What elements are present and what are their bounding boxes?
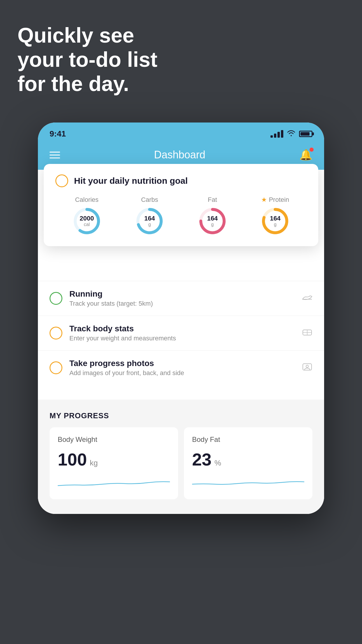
hero-line2: your to-do list <box>17 48 157 72</box>
main-content: THINGS TO DO TODAY Hit your daily nutrit… <box>38 170 324 514</box>
phone-mockup: 9:41 Dashboard <box>38 123 324 514</box>
fat-label: Fat <box>208 196 217 204</box>
todo-running-title: Running <box>69 289 295 299</box>
protein-value: 164 <box>270 215 281 222</box>
metric-fat: Fat 164 g <box>198 196 227 236</box>
status-bar: 9:41 <box>38 123 324 143</box>
wifi-icon <box>287 130 296 138</box>
calories-unit: cal <box>80 222 94 227</box>
fat-chart <box>192 475 304 490</box>
progress-cards: Body Weight 100 kg Body Fat 23 % <box>50 427 312 499</box>
nutrition-card-header: Hit your daily nutrition goal <box>55 174 307 187</box>
menu-button[interactable] <box>50 152 60 158</box>
hero-line1: Quickly see <box>17 23 157 48</box>
status-icons <box>270 130 312 138</box>
progress-title: MY PROGRESS <box>50 411 312 420</box>
fat-value: 164 <box>207 215 218 222</box>
protein-label: ★ Protein <box>261 196 289 204</box>
metric-calories: Calories 2000 cal <box>72 196 101 236</box>
weight-card-title: Body Weight <box>58 435 170 444</box>
todo-bodystats-text: Track body stats Enter your weight and m… <box>69 324 295 342</box>
todo-item-running[interactable]: Running Track your stats (target: 5km) <box>38 281 324 316</box>
nutrition-checkbox[interactable] <box>55 174 68 187</box>
todo-bodystats-title: Track body stats <box>69 324 295 333</box>
notification-bell-button[interactable]: 🔔 <box>299 149 312 161</box>
protein-ring: 164 g <box>261 206 290 236</box>
nutrition-card-title: Hit your daily nutrition goal <box>74 176 188 186</box>
todo-bodystats-circle <box>50 327 62 340</box>
protein-unit: g <box>270 222 281 227</box>
carbs-unit: g <box>144 222 155 227</box>
todo-photos-title: Take progress photos <box>69 359 295 368</box>
progress-card-weight: Body Weight 100 kg <box>50 427 178 499</box>
fat-unit: g <box>207 222 218 227</box>
todo-item-photos[interactable]: Take progress photos Add images of your … <box>38 350 324 385</box>
fat-ring: 164 g <box>198 206 227 236</box>
weight-chart <box>58 475 170 490</box>
status-time: 9:41 <box>50 129 66 139</box>
calories-value: 2000 <box>80 215 94 222</box>
nutrition-card: Hit your daily nutrition goal Calories 2… <box>44 164 318 246</box>
person-icon <box>302 363 312 373</box>
fat-card-title: Body Fat <box>192 435 304 444</box>
metric-carbs: Carbs 164 g <box>135 196 164 236</box>
svg-rect-11 <box>303 364 312 370</box>
todo-photos-subtitle: Add images of your front, back, and side <box>69 369 295 377</box>
progress-section: MY PROGRESS Body Weight 100 kg Body Fat <box>38 400 324 514</box>
todo-item-body-stats[interactable]: Track body stats Enter your weight and m… <box>38 316 324 350</box>
weight-unit: kg <box>90 459 98 468</box>
carbs-ring: 164 g <box>135 206 164 236</box>
todo-bodystats-subtitle: Enter your weight and measurements <box>69 335 295 342</box>
fat-value-row: 23 % <box>192 449 304 470</box>
progress-card-fat: Body Fat 23 % <box>184 427 312 499</box>
svg-point-12 <box>306 365 308 368</box>
running-shoe-icon <box>302 293 312 304</box>
signal-icon <box>270 130 283 138</box>
todo-running-text: Running Track your stats (target: 5km) <box>69 289 295 307</box>
notification-dot <box>310 148 314 152</box>
carbs-label: Carbs <box>141 196 158 204</box>
hero-text: Quickly see your to-do list for the day. <box>17 23 157 96</box>
fat-value-display: 23 <box>192 449 212 470</box>
carbs-value: 164 <box>144 215 155 222</box>
scale-icon <box>302 328 312 339</box>
todo-running-circle <box>50 292 62 305</box>
star-icon: ★ <box>261 196 267 204</box>
hero-line3: for the day. <box>17 72 157 96</box>
nutrition-metrics: Calories 2000 cal Carbs <box>55 196 307 236</box>
todo-running-subtitle: Track your stats (target: 5km) <box>69 300 295 307</box>
todo-photos-circle <box>50 361 62 374</box>
app-title: Dashboard <box>154 149 205 161</box>
calories-label: Calories <box>75 196 99 204</box>
fat-unit-display: % <box>215 459 221 468</box>
todo-photos-text: Take progress photos Add images of your … <box>69 359 295 377</box>
calories-ring: 2000 cal <box>72 206 101 236</box>
metric-protein: ★ Protein 164 g <box>261 196 290 236</box>
battery-icon <box>299 131 312 137</box>
weight-value-row: 100 kg <box>58 449 170 470</box>
weight-value: 100 <box>58 449 87 470</box>
